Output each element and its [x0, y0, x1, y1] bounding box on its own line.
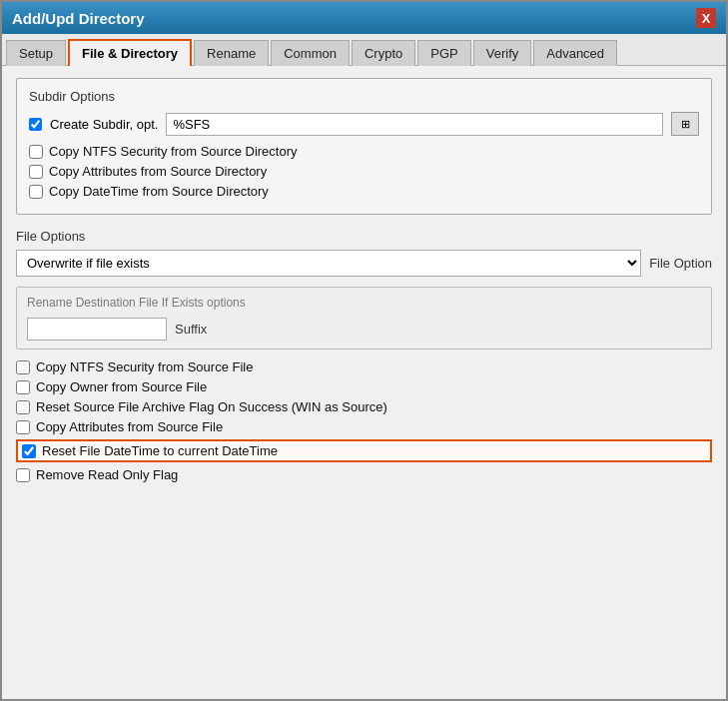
- copy-ntfs-dir-row: Copy NTFS Security from Source Directory: [29, 144, 699, 159]
- copy-ntfs-file-row: Copy NTFS Security from Source File: [16, 359, 712, 374]
- reset-datetime-row: Reset File DateTime to current DateTime: [16, 439, 712, 462]
- create-subdir-label[interactable]: Create Subdir, opt.: [50, 117, 158, 132]
- copy-owner-label[interactable]: Copy Owner from Source File: [36, 379, 207, 394]
- file-options-section: File Options Overwrite if file exists Sk…: [16, 229, 712, 482]
- copy-datetime-dir-row: Copy DateTime from Source Directory: [29, 184, 699, 199]
- remove-readonly-row: Remove Read Only Flag: [16, 467, 712, 482]
- rename-group: Rename Destination File If Exists option…: [16, 287, 712, 350]
- remove-readonly-label[interactable]: Remove Read Only Flag: [36, 467, 178, 482]
- file-options-label: File Options: [16, 229, 712, 244]
- title-bar: Add/Upd Directory X: [2, 2, 726, 34]
- tab-bar: Setup File & Directory Rename Common Cry…: [2, 34, 726, 66]
- file-option-label: File Option: [649, 256, 712, 271]
- create-subdir-row: Create Subdir, opt. ⊞: [29, 112, 699, 136]
- tab-verify[interactable]: Verify: [473, 40, 532, 66]
- copy-attrs-dir-checkbox[interactable]: [29, 165, 43, 179]
- suffix-label: Suffix: [175, 322, 207, 337]
- reset-archive-label[interactable]: Reset Source File Archive Flag On Succes…: [36, 399, 387, 414]
- tab-pgp[interactable]: PGP: [417, 40, 470, 66]
- tab-content: Subdir Options Create Subdir, opt. ⊞ Cop…: [2, 66, 726, 699]
- copy-attrs-file-row: Copy Attributes from Source File: [16, 419, 712, 434]
- window-title: Add/Upd Directory: [12, 10, 145, 27]
- rename-group-label: Rename Destination File If Exists option…: [27, 296, 701, 310]
- reset-datetime-checkbox[interactable]: [22, 444, 36, 458]
- reset-archive-row: Reset Source File Archive Flag On Succes…: [16, 399, 712, 414]
- main-window: Add/Upd Directory X Setup File & Directo…: [0, 0, 728, 701]
- browse-button[interactable]: ⊞: [671, 112, 699, 136]
- overwrite-dropdown-row: Overwrite if file exists Skip if file ex…: [16, 250, 712, 277]
- create-subdir-checkbox[interactable]: [29, 118, 42, 131]
- reset-archive-checkbox[interactable]: [16, 400, 30, 414]
- copy-attrs-dir-label[interactable]: Copy Attributes from Source Directory: [49, 164, 267, 179]
- tab-file-directory[interactable]: File & Directory: [68, 39, 192, 66]
- copy-ntfs-file-checkbox[interactable]: [16, 360, 30, 374]
- copy-attrs-file-checkbox[interactable]: [16, 420, 30, 434]
- subdir-section-label: Subdir Options: [29, 89, 699, 104]
- tab-common[interactable]: Common: [271, 40, 350, 66]
- copy-owner-checkbox[interactable]: [16, 380, 30, 394]
- suffix-input[interactable]: [27, 318, 167, 341]
- tab-setup[interactable]: Setup: [6, 40, 66, 66]
- create-subdir-input[interactable]: [166, 113, 663, 136]
- tab-advanced[interactable]: Advanced: [533, 40, 617, 66]
- subdir-options-group: Subdir Options Create Subdir, opt. ⊞ Cop…: [16, 78, 712, 215]
- suffix-row: Suffix: [27, 318, 701, 341]
- close-button[interactable]: X: [696, 8, 716, 28]
- overwrite-dropdown[interactable]: Overwrite if file exists Skip if file ex…: [16, 250, 641, 277]
- copy-attrs-file-label[interactable]: Copy Attributes from Source File: [36, 419, 223, 434]
- reset-datetime-label[interactable]: Reset File DateTime to current DateTime: [42, 443, 278, 458]
- copy-ntfs-dir-checkbox[interactable]: [29, 145, 43, 159]
- tab-rename[interactable]: Rename: [194, 40, 269, 66]
- remove-readonly-checkbox[interactable]: [16, 468, 30, 482]
- copy-ntfs-file-label[interactable]: Copy NTFS Security from Source File: [36, 359, 253, 374]
- copy-attrs-dir-row: Copy Attributes from Source Directory: [29, 164, 699, 179]
- copy-datetime-dir-label[interactable]: Copy DateTime from Source Directory: [49, 184, 269, 199]
- copy-datetime-dir-checkbox[interactable]: [29, 185, 43, 199]
- copy-ntfs-dir-label[interactable]: Copy NTFS Security from Source Directory: [49, 144, 298, 159]
- tab-crypto[interactable]: Crypto: [352, 40, 415, 66]
- copy-owner-row: Copy Owner from Source File: [16, 379, 712, 394]
- browse-icon: ⊞: [681, 118, 690, 131]
